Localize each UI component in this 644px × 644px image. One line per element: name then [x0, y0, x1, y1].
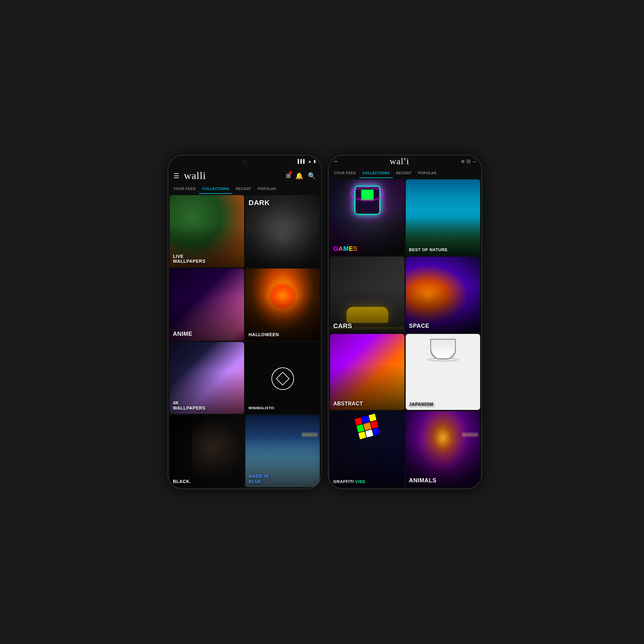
notif-badge	[289, 171, 292, 174]
diamond-shape	[276, 372, 289, 385]
tab-recent-left[interactable]: RECENT	[232, 184, 254, 194]
vibe-word: VIBE	[355, 479, 365, 484]
nav-tabs-left: YOUR FEED COLLECTIONS RECENT POPULAR	[168, 183, 321, 194]
header-left: ☰ walli	[174, 170, 206, 182]
card-anime[interactable]: ANIME	[170, 269, 244, 341]
bell-icon[interactable]: 🔔	[295, 172, 303, 180]
status-icons-right: ⊟ ⬛ —	[461, 159, 476, 164]
card-black[interactable]: BLACK.	[170, 415, 244, 487]
card-made-in-blue[interactable]: MADE INBLUE	[245, 415, 320, 487]
card-halloween[interactable]: HALLOWEEN	[245, 269, 320, 341]
wifi-icon-right: ⬛	[466, 159, 471, 164]
layers-icon[interactable]: ⊞	[286, 172, 291, 179]
nav-tabs-right: YOUR FEED COLLECTIONS RECENT POPULAR	[329, 167, 481, 178]
status-icons-left: ▌▌▌ ▲ ▮	[298, 159, 316, 164]
card-live-wallpapers[interactable]: LIVEWALLPAPERS	[170, 195, 244, 267]
graffiti-word: GRAFFITI	[333, 479, 354, 484]
card-4k[interactable]: 4KWALLPAPERS	[170, 342, 244, 414]
card-japanism[interactable]: JAPANISM	[406, 334, 480, 410]
tab-collections-right[interactable]: COLLECTIONS	[359, 168, 393, 178]
card-space[interactable]: SPACE	[406, 257, 480, 333]
phone-right: — walli ⊟ ⬛ — YOUR FEED COLLECTIONS RECE…	[328, 155, 482, 489]
card-label-nature: BEST OF NATURE	[409, 248, 448, 252]
card-best-of-nature[interactable]: BEST OF NATURE	[406, 179, 480, 255]
card-games[interactable]: GAMES	[330, 179, 404, 255]
diamond-icon	[271, 367, 294, 390]
collections-grid-left: LIVEWALLPAPERS DARK ANIME	[168, 194, 321, 488]
card-label-live-wallpapers: LIVEWALLPAPERS	[173, 254, 205, 264]
card-label-japanism: JAPANISM	[409, 402, 433, 407]
phone-right-inner: — walli ⊟ ⬛ — YOUR FEED COLLECTIONS RECE…	[329, 156, 481, 488]
card-label-minimalistic: MINIMALISTIC	[249, 406, 275, 410]
search-icon-left[interactable]: 🔍	[308, 172, 316, 180]
signal-icon: ▌▌▌	[298, 159, 306, 164]
card-label-animals: ANIMALS	[409, 478, 437, 484]
card-animals[interactable]: ANIMALS	[406, 411, 480, 487]
camera-notch-right	[403, 160, 407, 165]
card-cars[interactable]: CARS	[330, 257, 404, 333]
card-gradient-dark	[245, 224, 320, 267]
tab-collections-left[interactable]: COLLECTIONS	[199, 184, 232, 194]
games-text: GAMES	[333, 245, 358, 252]
collections-grid-right: GAMES BEST OF NATURE CA	[329, 178, 481, 488]
menu-icon[interactable]: ☰	[174, 172, 179, 180]
card-label-dark: DARK	[249, 199, 270, 207]
card-label-abstract: ABSTRACT	[333, 401, 363, 407]
card-dark[interactable]: DARK	[245, 195, 320, 267]
card-minimalistic[interactable]: MINIMALISTIC	[245, 342, 320, 414]
phone-left-inner: ▌▌▌ ▲ ▮ ☰ walli ⊞ 🔔 🔍 YOUR FEED	[168, 156, 321, 488]
battery-icon: ▮	[314, 159, 316, 164]
battery-icon-right: —	[473, 159, 476, 164]
cup-saucer	[427, 358, 459, 361]
card-graffiti-vibe[interactable]: GRAFFITI VIBE	[330, 411, 404, 487]
card-label-graffiti: GRAFFITI VIBE	[333, 479, 365, 484]
card-label-halloween: HALLOWEEN	[249, 332, 279, 337]
layers-icon-right: ⊟	[461, 159, 464, 164]
card-label-cars: CARS	[333, 322, 352, 329]
phone-left: ▌▌▌ ▲ ▮ ☰ walli ⊞ 🔔 🔍 YOUR FEED	[167, 155, 322, 489]
tab-your-feed-left[interactable]: YOUR FEED	[170, 184, 199, 194]
card-label-black: BLACK.	[173, 479, 191, 484]
tab-popular-right[interactable]: POPULAR	[415, 168, 440, 178]
header-right: ⊞ 🔔 🔍	[286, 172, 316, 180]
card-label-made-in-blue: MADE INBLUE	[249, 474, 269, 484]
tab-popular-left[interactable]: POPULAR	[254, 184, 279, 194]
camera-notch-left	[242, 160, 247, 165]
tab-recent-right[interactable]: RECENT	[393, 168, 415, 178]
screenshot-wrapper: ▌▌▌ ▲ ▮ ☰ walli ⊞ 🔔 🔍 YOUR FEED	[161, 148, 483, 496]
cup-body	[430, 339, 456, 360]
wifi-icon: ▲	[308, 159, 312, 164]
card-label-space: SPACE	[409, 323, 429, 329]
app-header-left: ☰ walli ⊞ 🔔 🔍	[168, 167, 321, 183]
orbit-ring	[351, 187, 384, 200]
app-logo-left: walli	[184, 170, 206, 182]
card-label-4k: 4KWALLPAPERS	[173, 401, 205, 411]
card-label-games: GAMES	[333, 245, 358, 252]
card-abstract[interactable]: ABSTRACT	[330, 334, 404, 410]
card-label-anime: ANIME	[173, 331, 193, 337]
tab-your-feed-right[interactable]: YOUR FEED	[331, 168, 359, 178]
status-time: —	[334, 159, 337, 163]
